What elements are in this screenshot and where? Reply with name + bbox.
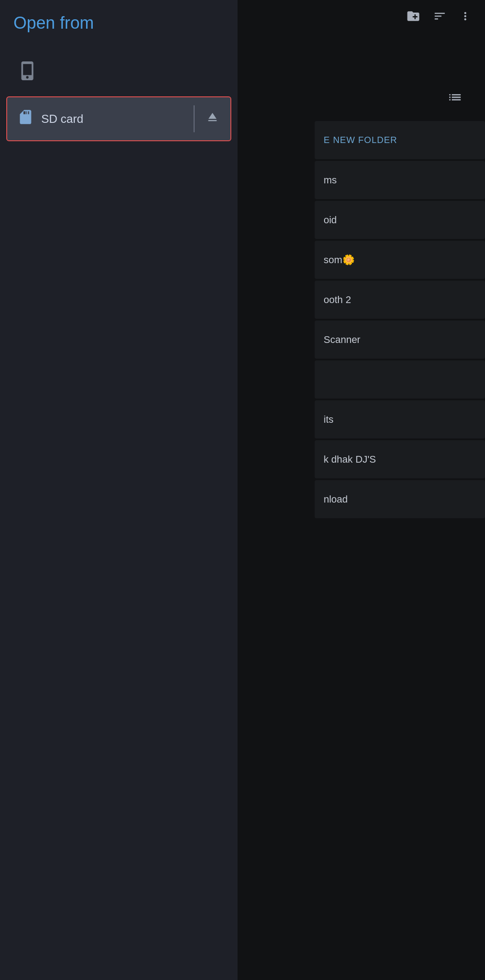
list-item[interactable]: ooth 2 (315, 281, 485, 319)
sdcard-label-area[interactable]: SD card (7, 108, 194, 130)
list-item[interactable]: Scanner (315, 321, 485, 359)
eject-icon (205, 110, 220, 128)
list-item[interactable]: ms (315, 161, 485, 199)
open-from-drawer: Open from SD card (0, 0, 238, 980)
sdcard-label: SD card (41, 112, 83, 126)
list-view-icon[interactable] (447, 90, 463, 107)
phone-storage-icon[interactable] (17, 58, 38, 85)
file-list: E NEW FOLDER ms oid som🌼 ooth 2 Scanner … (315, 121, 485, 518)
list-item[interactable]: som🌼 (315, 241, 485, 279)
sdcard-row[interactable]: SD card (6, 96, 231, 141)
sdcard-icon (17, 108, 34, 130)
toolbar (406, 9, 472, 26)
sdcard-eject-button[interactable] (195, 110, 230, 128)
drawer-title: Open from (13, 13, 94, 33)
list-item[interactable]: k dhak DJ'S (315, 440, 485, 478)
list-item[interactable] (315, 360, 485, 399)
list-item[interactable]: E NEW FOLDER (315, 121, 485, 159)
new-folder-icon[interactable] (406, 9, 420, 26)
list-item[interactable]: nload (315, 480, 485, 518)
list-item[interactable]: its (315, 400, 485, 438)
more-options-icon[interactable] (459, 10, 472, 26)
list-item[interactable]: oid (315, 201, 485, 239)
sort-icon[interactable] (433, 9, 446, 26)
